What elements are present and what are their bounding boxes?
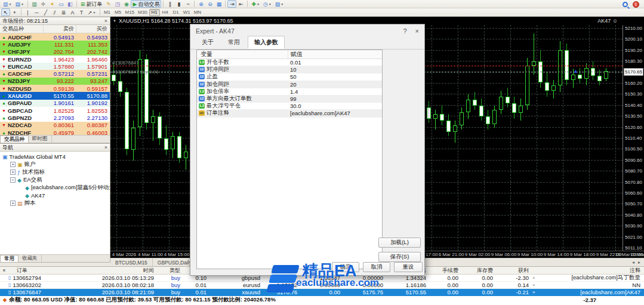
param-value[interactable]: 10 [288,66,382,73]
param-value[interactable]: [eaclubshare.com]AK47 [288,110,382,116]
help-icon[interactable]: ? [403,27,406,35]
close-icon[interactable]: × [415,27,419,35]
nav-indicators[interactable]: +ƒ技术指标 [0,168,110,176]
new-order-button[interactable]: ⊞新订单 [79,0,104,8]
nav-ea-ak47[interactable]: ◆AK47 [0,192,110,199]
fibonacci-icon[interactable]: ≣ [59,8,68,16]
column-header[interactable]: 时间 [88,267,158,275]
column-header[interactable]: 手续费 [430,267,462,275]
column-variable[interactable]: 变量 [197,50,288,58]
label-icon[interactable]: T [77,8,86,16]
close-icon[interactable]: × [0,267,8,273]
tab-scroll-arrows[interactable]: ◂▸ [632,260,644,265]
close-order-icon[interactable]: × [532,289,542,295]
order-row-130676847[interactable]: ▯1306768472026.03.10 08:21:09buy0.01xauu… [0,289,644,296]
tree-expander-icon[interactable]: − [10,177,16,183]
auto-scroll-icon[interactable]: ⇥ [227,0,236,8]
market-row-nzdusd[interactable]: ▼NZDUSD0.591390.59157 [0,85,110,92]
zoom-out-icon[interactable]: ⊖ [205,0,214,8]
timeframe-m15[interactable]: M15 [124,9,137,16]
market-watch-tab[interactable]: 即时图 [29,135,52,143]
reset-button[interactable]: 重设 [394,262,423,272]
cursor-icon[interactable]: ↖ [1,8,10,16]
news-globe-icon[interactable]: ◉ [122,0,131,8]
chart-shift-icon[interactable]: ⇤ [236,0,245,8]
close-icon[interactable]: × [104,144,107,150]
nav-root[interactable]: ▣TradeMax Global MT4 [0,153,110,161]
nav-scripts[interactable]: +▤脚本 [0,199,110,207]
close-order-icon[interactable]: × [532,275,542,281]
price-scale[interactable]: 5210.005200.105190.205180.305170.405160.… [623,25,644,251]
bar-chart-icon[interactable]: ∥ [165,0,174,8]
indicators-icon[interactable]: ✚▼ [249,0,261,8]
timeframe-w1[interactable]: W1 [181,9,192,16]
profiles-icon[interactable]: ▤▼ [13,0,25,8]
dialog-tab[interactable]: 输入参数 [248,36,285,49]
timeframe-mn[interactable]: MN [192,9,203,16]
timeframe-m5[interactable]: M5 [113,9,124,16]
param-value[interactable]: 50 [288,73,382,80]
market-row-nzdcad[interactable]: ▼NZDCAD0.803610.80387 [0,122,110,129]
column-ask[interactable]: 买价 [76,25,110,33]
dialog-tab[interactable]: 关于 [195,36,220,49]
vline-icon[interactable]: | [23,8,32,16]
market-row-xauusd[interactable]: ▲XAUUSD5170.555170.88 [0,92,110,99]
timeframe-h4[interactable]: H4 [160,9,171,16]
param-row[interactable]: ab订单注释[eaclubshare.com]AK47 [197,110,382,117]
column-header[interactable]: 注释 [532,267,644,275]
zoom-in-icon[interactable]: ⊕ [196,0,205,8]
market-row-gbpcad[interactable]: ▼GBPCAD1.825251.82553 [0,107,110,114]
nav-accounts[interactable]: +▣账户 [0,161,110,168]
nav-experts[interactable]: −◆EA交易 [0,176,110,184]
hline-icon[interactable]: ─ [32,8,41,16]
market-row-gbpaud[interactable]: ▲GBPAUD1.901611.90192 [0,100,110,107]
column-header[interactable]: 订单 [8,267,88,275]
param-value[interactable]: 1.4 [288,88,382,95]
arrows-icon[interactable]: ↗▼ [86,8,98,16]
close-icon[interactable]: × [104,18,107,24]
param-value[interactable]: 30.0 [288,103,382,109]
timeframe-d1[interactable]: D1 [171,9,181,16]
tree-expander-icon[interactable]: + [10,201,16,206]
market-row-eurcad[interactable]: ▼EURCAD1.578801.57901 [0,63,110,70]
chart-tab-btcusd[interactable]: BTCUSD,M15 [110,258,153,266]
periods-icon[interactable]: ◷▼ [261,0,273,8]
search-icon[interactable] [623,2,628,7]
cancel-button[interactable]: 取消 [363,262,390,272]
param-value[interactable]: 20 [288,81,382,88]
trendline-icon[interactable]: ╱ [41,8,50,16]
market-watch-tab[interactable]: 交易品种 [0,135,29,143]
market-row-cadchf[interactable]: ▲CADCHF0.572120.57231 [0,70,110,77]
navigator-tab[interactable]: 收藏夹 [19,255,42,262]
navigator-icon[interactable]: ✦ [48,0,57,8]
market-watch-icon[interactable]: ▥ [30,0,39,8]
market-row-gbpnzd[interactable]: ▲GBPNZD2.270932.27130 [0,114,110,121]
column-header[interactable]: 类型 [158,267,184,275]
column-symbol[interactable]: 交易品种 [0,25,43,33]
mql-community-icon[interactable]: ◳ [113,0,122,8]
line-chart-icon[interactable]: ~ [183,0,192,8]
channel-icon[interactable]: ⫽ [50,8,59,16]
timeframe-m30[interactable]: M30 [136,9,149,16]
save-button[interactable]: 保存(S) [378,252,421,262]
timeframe-m1[interactable]: M1 [102,9,113,16]
strategy-tester-icon[interactable]: ◧ [66,0,75,8]
crosshair-icon[interactable]: + [10,8,19,16]
param-value[interactable]: 0.01 [288,59,382,66]
param-value[interactable]: 99 [288,95,382,102]
metaeditor-icon[interactable]: ✎ [104,0,113,8]
new-chart-icon[interactable]: ▥▼ [1,0,13,8]
chevron-down-icon[interactable]: ▼ [113,19,116,23]
timeframe-h1[interactable]: H1 [149,9,160,16]
column-header[interactable]: 获利 [497,267,532,275]
column-bid[interactable]: 卖价 [43,25,76,33]
column-value[interactable]: 赋值 [288,50,382,58]
auto-trading-button[interactable]: ▶自动交易 [131,0,161,8]
ok-button[interactable]: 确定 [332,262,359,272]
notification-badge-icon[interactable]: 1 [633,1,639,8]
text-icon[interactable]: A [68,8,77,16]
market-row-chfjpy[interactable]: ▼CHFJPY202.704202.742 [0,48,110,56]
tile-windows-icon[interactable]: ▦ [214,0,223,8]
tree-expander-icon[interactable]: + [10,170,16,175]
order-row-130663202[interactable]: ▯1306632022026.03.10 08:02:18buy0.01euru… [0,282,644,289]
